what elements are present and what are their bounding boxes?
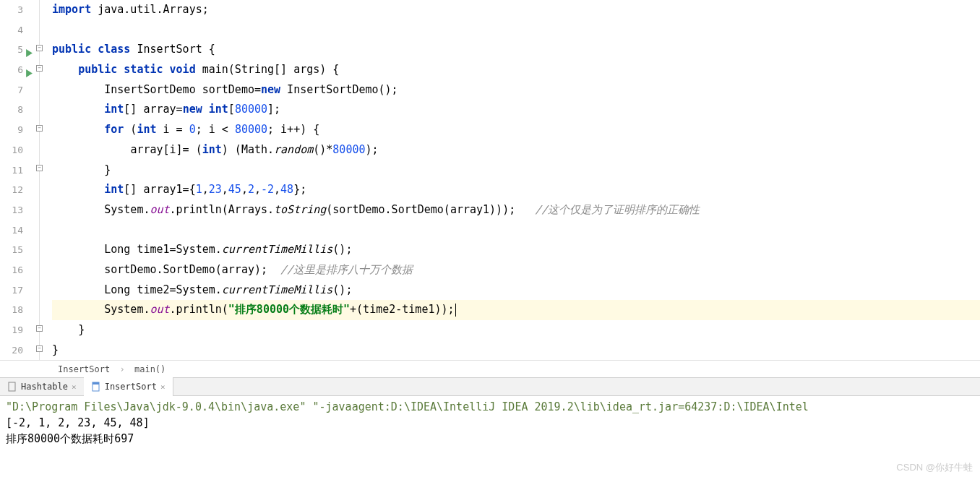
line-number: 20 (0, 340, 23, 361)
line-number: 18 (0, 300, 23, 320)
run-icon[interactable] (25, 64, 33, 85)
line-gutter: 3 4 5 6 7 8 9 10 11 12 13 14 15 16 17 18… (0, 0, 36, 360)
console-line: 排序80000个数据耗时697 (6, 431, 974, 447)
line-number: 12 (0, 180, 23, 200)
tab-hashtable[interactable]: Hashtable × (0, 377, 84, 396)
code-line[interactable] (52, 220, 980, 241)
code-line[interactable]: System.out.println(Arrays.toString(sortD… (52, 200, 980, 220)
code-line[interactable]: System.out.println("排序80000个数据耗时"+(time2… (52, 300, 980, 320)
line-number: 9 (0, 120, 23, 140)
fold-toggle[interactable]: − (36, 65, 43, 72)
code-line[interactable]: int[] array=new int[80000]; (52, 100, 980, 120)
fold-toggle[interactable]: − (36, 325, 43, 332)
svg-rect-4 (93, 382, 99, 384)
line-number: 14 (0, 220, 23, 241)
fold-toggle[interactable]: − (36, 345, 43, 352)
code-line[interactable]: for (int i = 0; i < 80000; i++) { (52, 120, 980, 140)
console-output[interactable]: "D:\Program Files\Java\jdk-9.0.4\bin\jav… (0, 396, 980, 450)
code-line[interactable]: sortDemo.SortDemo(array); //这里是排序八十万个数据 (52, 260, 980, 280)
file-icon (91, 382, 101, 392)
line-number: 6 (0, 60, 23, 80)
code-area[interactable]: import java.util.Arrays; public class In… (46, 0, 980, 360)
caret (455, 304, 456, 317)
code-line[interactable]: array[i]= (int) (Math.random()*80000); (52, 140, 980, 160)
watermark: CSDN @你好牛蛙 (896, 461, 973, 474)
code-line[interactable]: public static void main(String[] args) { (52, 60, 980, 80)
code-line[interactable]: InsertSortDemo sortDemo=new InsertSortDe… (52, 80, 980, 100)
line-number: 10 (0, 140, 23, 160)
breadcrumb-item[interactable]: main() (134, 364, 166, 374)
chevron-right-icon: › (119, 364, 124, 374)
line-number: 19 (0, 320, 23, 340)
file-icon (7, 382, 17, 392)
fold-toggle[interactable]: − (36, 165, 43, 171)
close-icon[interactable]: × (72, 382, 77, 392)
svg-marker-1 (26, 69, 33, 77)
console-command: "D:\Program Files\Java\jdk-9.0.4\bin\jav… (6, 399, 974, 415)
line-number: 15 (0, 240, 23, 260)
line-number: 5 (0, 40, 23, 60)
line-number: 16 (0, 260, 23, 280)
line-number: 17 (0, 280, 23, 301)
console-line: [-2, 1, 2, 23, 45, 48] (6, 415, 974, 431)
code-line[interactable]: public class InsertSort { (52, 40, 980, 60)
editor-area: 3 4 5 6 7 8 9 10 11 12 13 14 15 16 17 18… (0, 0, 980, 360)
run-tabs: Hashtable × InsertSort × (0, 377, 980, 396)
code-line[interactable]: Long time2=System.currentTimeMillis(); (52, 280, 980, 301)
line-number: 8 (0, 100, 23, 120)
code-line[interactable] (52, 20, 980, 40)
code-line[interactable]: import java.util.Arrays; (52, 0, 980, 20)
line-number: 11 (0, 160, 23, 181)
svg-marker-0 (26, 49, 33, 57)
line-number: 3 (0, 0, 23, 20)
close-icon[interactable]: × (160, 382, 166, 392)
fold-toggle[interactable]: − (36, 125, 43, 132)
code-line[interactable]: } (52, 320, 980, 340)
run-icon[interactable] (25, 44, 33, 64)
code-line[interactable]: } (52, 160, 980, 181)
svg-rect-2 (9, 382, 15, 391)
line-number: 7 (0, 80, 23, 100)
code-line[interactable]: } (52, 340, 980, 361)
code-line[interactable]: int[] array1={1,23,45,2,-2,48}; (52, 180, 980, 200)
fold-toggle[interactable]: − (36, 45, 43, 51)
breadcrumb-item[interactable]: InsertSort (58, 364, 110, 374)
tab-insertsort[interactable]: InsertSort × (84, 377, 173, 396)
line-number: 4 (0, 20, 23, 40)
breadcrumb[interactable]: InsertSort › main() (0, 360, 980, 377)
fold-gutter: − − − − − − (36, 0, 46, 360)
line-number: 13 (0, 200, 23, 220)
code-line[interactable]: Long time1=System.currentTimeMillis(); (52, 240, 980, 260)
